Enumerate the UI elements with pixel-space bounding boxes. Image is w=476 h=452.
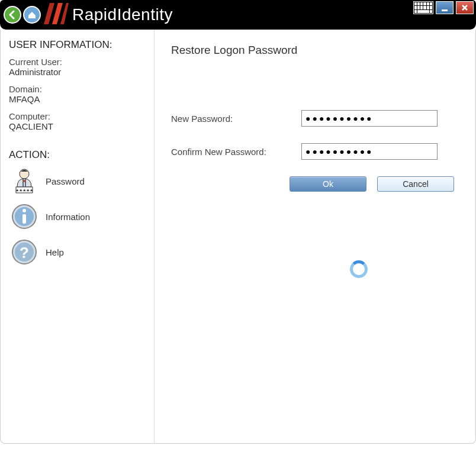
svg-text:?: ? bbox=[20, 244, 29, 261]
confirm-password-label: Confirm New Password: bbox=[171, 147, 301, 157]
computer-value: QACLIENT bbox=[9, 121, 146, 131]
loading-spinner-icon bbox=[350, 260, 368, 278]
svg-point-9 bbox=[22, 209, 26, 212]
main-panel: Restore Logon Password New Password: Con… bbox=[155, 30, 475, 443]
on-screen-keyboard-button[interactable] bbox=[413, 1, 433, 14]
svg-text:★★★★★: ★★★★★ bbox=[15, 188, 33, 192]
action-help-label: Help bbox=[46, 247, 64, 257]
computer-label: Computer: bbox=[9, 111, 146, 121]
rapididentity-logo-icon bbox=[44, 3, 69, 27]
current-user-value: Administrator bbox=[9, 67, 146, 77]
user-info-heading: USER INFORMATION: bbox=[9, 39, 146, 51]
password-icon: ★★★★★ bbox=[9, 166, 40, 196]
action-password[interactable]: ★★★★★ Password bbox=[9, 166, 146, 196]
content-area: USER INFORMATION: Current User: Administ… bbox=[0, 30, 476, 444]
home-icon bbox=[27, 10, 37, 20]
action-heading: ACTION: bbox=[9, 149, 146, 161]
new-password-label: New Password: bbox=[171, 114, 301, 124]
svg-rect-10 bbox=[22, 214, 26, 224]
domain-block: Domain: MFAQA bbox=[9, 84, 146, 104]
ok-button[interactable]: Ok bbox=[290, 176, 366, 192]
minimize-button[interactable] bbox=[436, 1, 454, 14]
app-title: RapidIdentity bbox=[72, 5, 173, 24]
close-icon bbox=[461, 4, 469, 12]
svg-marker-1 bbox=[52, 3, 63, 24]
minimize-icon bbox=[440, 4, 449, 12]
confirm-password-row: Confirm New Password: bbox=[171, 143, 459, 160]
new-password-input[interactable] bbox=[301, 110, 438, 127]
new-password-row: New Password: bbox=[171, 110, 459, 127]
action-password-label: Password bbox=[46, 176, 85, 186]
domain-value: MFAQA bbox=[9, 94, 146, 104]
action-help[interactable]: ? Help bbox=[9, 237, 146, 267]
computer-block: Computer: QACLIENT bbox=[9, 111, 146, 131]
current-user-block: Current User: Administrator bbox=[9, 57, 146, 77]
domain-label: Domain: bbox=[9, 84, 146, 94]
window-controls bbox=[413, 1, 474, 14]
current-user-label: Current User: bbox=[9, 57, 146, 67]
arrow-left-icon bbox=[8, 10, 17, 20]
confirm-password-input[interactable] bbox=[301, 143, 438, 160]
button-row: Ok Cancel bbox=[290, 176, 459, 192]
home-button[interactable] bbox=[23, 6, 41, 24]
cancel-button[interactable]: Cancel bbox=[377, 176, 454, 192]
info-icon bbox=[9, 201, 40, 232]
titlebar: RapidIdentity bbox=[0, 0, 476, 30]
page-title: Restore Logon Password bbox=[171, 44, 459, 57]
app-window: RapidIdentity USER INFORMATION: Current … bbox=[0, 0, 476, 444]
svg-rect-3 bbox=[442, 9, 448, 11]
action-information-label: Information bbox=[46, 212, 90, 222]
action-information[interactable]: Information bbox=[9, 201, 146, 232]
help-icon: ? bbox=[9, 237, 40, 267]
svg-marker-0 bbox=[44, 3, 54, 24]
back-button[interactable] bbox=[4, 6, 21, 24]
sidebar: USER INFORMATION: Current User: Administ… bbox=[1, 30, 155, 443]
close-button[interactable] bbox=[456, 1, 474, 14]
